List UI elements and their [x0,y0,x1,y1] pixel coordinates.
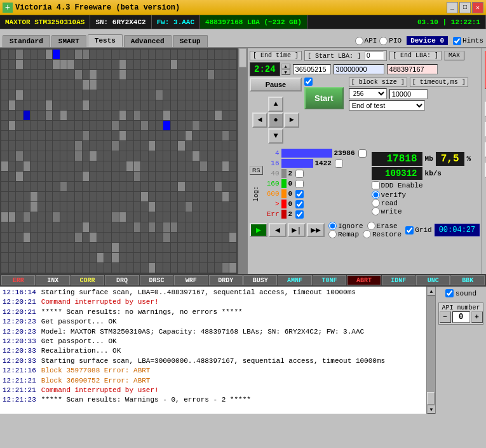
scan-cell [126,131,133,140]
tab-tests[interactable]: Tests [88,34,123,47]
tab-setup[interactable]: Setup [173,35,208,47]
scan-cell [83,202,90,212]
verify-radio[interactable] [372,191,380,199]
pio-radio[interactable] [379,37,388,45]
close-button[interactable]: ✕ [472,2,483,13]
arrow-up[interactable]: ▲ [268,97,283,112]
max-button[interactable]: MAX [444,51,464,60]
start-button[interactable]: Start [304,87,344,109]
api-option[interactable]: API [355,37,377,45]
log-scrollbar[interactable]: ▲ ▼ [426,287,435,414]
api-minus-button[interactable]: − [440,311,451,323]
scan-cell [163,172,170,181]
scan-cell [67,233,74,242]
api-radio[interactable] [355,37,363,45]
error-value: 0 [288,180,293,187]
arrow-left[interactable]: ◄ [252,112,267,128]
lba-current-input[interactable] [293,64,331,74]
scan-cell [156,50,163,59]
scan-scrollbar[interactable] [238,48,246,274]
prev-button[interactable]: ◀ [269,223,287,237]
scan-cell [112,222,119,232]
scan-cell [156,192,163,201]
scan-cell [126,50,133,59]
timeout-input[interactable] [389,89,428,99]
pct-value: 7,5 [436,152,464,166]
error-checkbox[interactable] [295,180,304,188]
time-up[interactable]: ▲ [281,64,290,69]
arrow-down[interactable]: ▼ [268,128,283,144]
scan-cell [38,253,45,262]
scan-cell [141,263,148,273]
scan-scrollbar-thumb[interactable] [239,48,246,67]
scan-cell [200,202,207,212]
play-button[interactable]: ▶ [250,223,267,237]
tab-advanced[interactable]: Advanced [124,35,172,47]
scan-cell [171,212,178,222]
scan-cell [186,121,192,130]
lba-start-input[interactable] [334,64,384,74]
scan-cell [156,253,163,262]
read-radio[interactable] [372,199,380,207]
scan-cell [186,50,192,59]
scan-cell [38,161,45,171]
last-button[interactable]: ▶▶ [307,223,325,237]
scan-cell [134,70,141,79]
start-checkbox[interactable] [304,78,313,86]
block-size-select[interactable]: 256 512 [349,88,387,99]
ignore-radio[interactable] [328,222,337,230]
log-scroll-thumb[interactable] [427,392,435,405]
error-checkbox[interactable] [335,160,343,168]
pio-option[interactable]: PIO [379,37,402,45]
hints-checkbox[interactable] [453,37,461,45]
tab-standard[interactable]: Standard [3,35,50,47]
scan-cell [229,60,236,69]
window-controls[interactable]: _ □ ✕ [447,2,483,13]
log-scroll-track[interactable] [427,295,435,405]
scan-cell [178,60,185,69]
scan-cell [200,151,207,161]
rs-button[interactable]: RS [250,166,263,175]
scan-cell [186,182,192,191]
sound-checkbox[interactable] [445,289,454,297]
time-spinner[interactable]: ▲ ▼ [281,64,290,75]
log-entry: 12:21:23***** Scan results: Warnings - 0… [3,395,424,405]
log-timestamp: 12:21:21 [3,376,36,386]
next-button[interactable]: ▶| [288,223,306,237]
pause-button[interactable]: Pause [250,78,302,92]
pct-label: % [467,155,471,163]
arrow-right[interactable]: ► [284,112,299,128]
error-checkbox[interactable] [295,210,304,219]
error-checkbox[interactable] [358,149,367,158]
time-down[interactable]: ▼ [281,69,290,75]
error-checkbox[interactable] [295,190,304,198]
error-checkbox[interactable] [295,200,304,208]
restore-radio[interactable] [363,230,371,238]
log-scroll-up[interactable]: ▲ [427,287,436,295]
lba-end-input[interactable] [387,64,438,74]
grid-checkbox[interactable] [405,226,414,234]
scan-cell [208,100,215,110]
tab-smart[interactable]: SMART [51,35,86,47]
write-radio[interactable] [372,207,380,215]
ddd-checkbox[interactable] [372,181,380,189]
arrow-center[interactable]: ● [268,112,283,128]
end-of-test-select[interactable]: End of test [349,100,425,111]
erase-radio[interactable] [367,222,375,230]
scan-cell [178,121,185,130]
remap-radio[interactable] [328,230,337,238]
start-lba-zero[interactable] [365,51,384,60]
restore-label: Restore [372,231,402,238]
error-checkbox[interactable] [295,170,304,178]
scan-cell [24,182,30,191]
scan-cell [90,212,97,222]
scan-cell [83,50,90,59]
scan-cell [83,121,90,130]
hints-check[interactable]: Hints [453,37,483,45]
maximize-button[interactable]: □ [459,2,471,13]
error-bar-indicator [281,200,287,208]
api-plus-button[interactable]: + [471,311,483,323]
minimize-button[interactable]: _ [447,2,458,13]
log-scroll-down[interactable]: ▼ [427,405,436,414]
app-title: Victoria 4.3 Freeware (beta version) [15,3,180,12]
